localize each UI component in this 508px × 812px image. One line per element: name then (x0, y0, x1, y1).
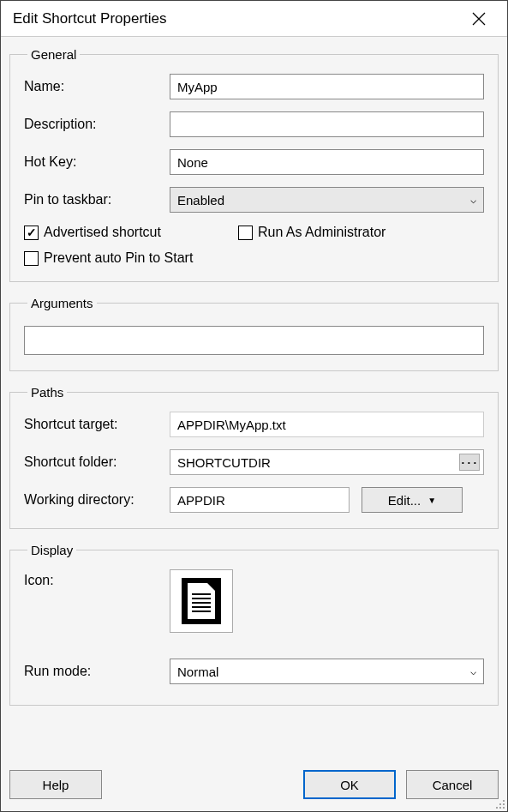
target-value: APPDIR\MyApp.txt (177, 418, 286, 432)
pin-select-value: Enabled (177, 193, 224, 208)
target-label: Shortcut target: (24, 417, 170, 432)
prevent-label: Prevent auto Pin to Start (44, 250, 193, 266)
prevent-checkbox[interactable] (24, 251, 39, 266)
hotkey-input[interactable] (170, 149, 484, 175)
edit-button-label: Edit... (388, 493, 421, 508)
svg-point-6 (499, 807, 501, 809)
name-input[interactable] (170, 74, 484, 99)
target-field[interactable]: APPDIR\MyApp.txt (170, 412, 484, 437)
svg-point-7 (503, 807, 505, 809)
titlebar: Edit Shortcut Properties (1, 1, 507, 37)
wd-field[interactable]: APPDIR (170, 487, 350, 513)
runas-checkbox[interactable] (238, 226, 253, 240)
arguments-legend: Arguments (27, 296, 97, 310)
display-group: Display Icon: Run mode: Normal ⌵ (9, 543, 499, 706)
description-input[interactable] (170, 111, 484, 137)
pin-select[interactable]: Enabled ⌵ (170, 187, 484, 213)
runmode-select[interactable]: Normal ⌵ (170, 659, 484, 684)
svg-point-3 (499, 803, 501, 805)
general-legend: General (27, 47, 80, 62)
help-button[interactable]: Help (9, 770, 102, 799)
edit-button[interactable]: Edit... ▼ (362, 487, 463, 513)
resize-grip-icon[interactable] (493, 797, 505, 809)
general-group: General Name: Description: Hot Key: Pin … (9, 47, 499, 282)
runas-checkbox-wrap[interactable]: Run As Administrator (238, 225, 385, 240)
runmode-value: Normal (177, 665, 218, 679)
chevron-down-icon: ⌵ (470, 194, 476, 206)
paths-legend: Paths (27, 385, 67, 400)
icon-picker[interactable] (170, 569, 233, 633)
paths-group: Paths Shortcut target: APPDIR\MyApp.txt … (9, 385, 499, 529)
browse-button[interactable]: • • • (459, 454, 480, 471)
runas-label: Run As Administrator (258, 225, 385, 240)
svg-point-5 (496, 807, 498, 809)
ellipsis-icon: • • • (462, 459, 477, 466)
ok-button[interactable]: OK (303, 770, 396, 799)
wd-label: Working directory: (24, 492, 170, 508)
name-label: Name: (24, 79, 170, 94)
icon-label: Icon: (24, 569, 170, 588)
close-icon (472, 12, 486, 26)
button-bar: Help OK Cancel (9, 767, 499, 799)
hotkey-label: Hot Key: (24, 154, 170, 170)
folder-label: Shortcut folder: (24, 454, 170, 470)
dropdown-triangle-icon: ▼ (427, 496, 436, 505)
folder-field[interactable]: SHORTCUTDIR • • • (170, 449, 484, 475)
arguments-group: Arguments (9, 296, 499, 371)
dialog-content: General Name: Description: Hot Key: Pin … (1, 37, 507, 811)
svg-point-4 (503, 803, 505, 805)
document-icon (182, 578, 221, 624)
display-legend: Display (27, 543, 76, 557)
pin-label: Pin to taskbar: (24, 192, 170, 208)
advertised-checkbox[interactable] (24, 226, 39, 240)
description-label: Description: (24, 117, 170, 132)
cancel-button[interactable]: Cancel (406, 770, 499, 799)
prevent-checkbox-wrap[interactable]: Prevent auto Pin to Start (24, 250, 484, 266)
runmode-label: Run mode: (24, 664, 170, 679)
svg-point-2 (503, 800, 505, 802)
close-button[interactable] (461, 1, 497, 37)
chevron-down-icon: ⌵ (470, 665, 476, 677)
folder-value: SHORTCUTDIR (170, 455, 459, 470)
arguments-input[interactable] (24, 326, 484, 355)
advertised-checkbox-wrap[interactable]: Advertised shortcut (24, 225, 161, 240)
window-title: Edit Shortcut Properties (13, 10, 167, 27)
advertised-label: Advertised shortcut (44, 225, 161, 240)
dialog-window: Edit Shortcut Properties General Name: D… (0, 0, 508, 812)
wd-value: APPDIR (177, 493, 225, 508)
